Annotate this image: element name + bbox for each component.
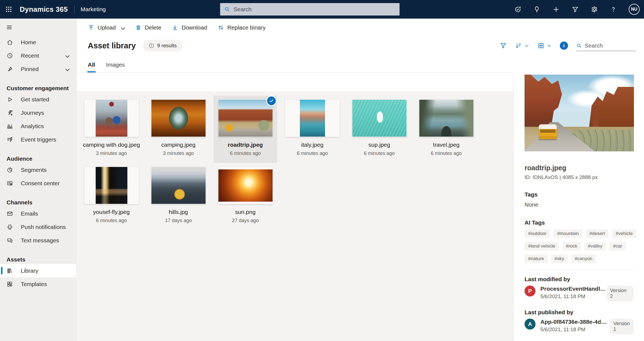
asset-card[interactable]: yousef-fly.jpeg6 minutes ago	[80, 163, 143, 230]
last-published-row: A App-0f84736e-388e-4d3a-a... 5/6/2021, …	[525, 319, 634, 334]
library-search-input[interactable]	[585, 42, 636, 49]
chevron-down-icon	[120, 25, 125, 30]
page-title: Asset library	[88, 41, 136, 50]
home-icon	[7, 39, 13, 46]
replace-binary-button[interactable]: Replace binary	[218, 24, 266, 31]
ai-tags-list: #outdoor#mountain#desert#vehicle#land ve…	[525, 229, 637, 263]
asset-id-dimensions: ID: IDNLAxOS | 4085 x 2888 px	[525, 174, 634, 180]
ai-tag-chip: #mountain	[554, 229, 582, 238]
published-by-name: App-0f84736e-388e-4d3a-a...	[540, 319, 609, 325]
sidebar-item-text-messages[interactable]: Text messages	[0, 234, 76, 247]
ai-tag-chip: #land vehicle	[525, 242, 559, 251]
last-modified-row: P ProcessorEventHandling 5/6/2021, 11:18…	[525, 286, 634, 301]
asset-thumbnail[interactable]	[151, 167, 206, 204]
app-launcher-waffle-icon[interactable]	[0, 0, 17, 19]
sidebar-item-journeys[interactable]: Journeys	[0, 106, 76, 119]
download-icon	[172, 24, 178, 31]
sidebar-item-segments[interactable]: Segments	[0, 163, 76, 177]
toolbar-action-label: Download	[182, 24, 207, 31]
task-checker-icon[interactable]	[514, 5, 522, 13]
user-avatar[interactable]: NU	[629, 4, 640, 15]
asset-card[interactable]: camping with dog.jpeg3 minutes ago	[80, 96, 143, 163]
sidebar-item-label: Text messages	[21, 237, 59, 244]
sidebar-item-templates[interactable]: Templates	[0, 277, 76, 291]
sidebar-item-consent-center[interactable]: Consent center	[0, 177, 76, 190]
site-map-sidebar: HomeRecentPinnedCustomer engagementGet s…	[0, 19, 77, 341]
asset-card[interactable]: roadtrip.jpeg6 minutes ago	[213, 96, 277, 163]
global-search-input[interactable]	[233, 6, 396, 13]
filter-assets-icon[interactable]	[500, 42, 507, 49]
sidebar-item-emails[interactable]: Emails	[0, 207, 76, 220]
sidebar-item-label: Analytics	[21, 123, 44, 130]
delete-button[interactable]: Delete	[135, 24, 162, 31]
sidebar-section-channels: Channels	[0, 198, 76, 207]
settings-gear-icon[interactable]	[590, 5, 598, 13]
toolbar-action-label: Delete	[145, 24, 162, 31]
grid-view-icon	[537, 42, 545, 49]
sidebar-item-library[interactable]: Library	[0, 264, 76, 277]
asset-card[interactable]: sun.png27 days ago	[213, 163, 277, 230]
global-search-box[interactable]	[220, 3, 400, 16]
view-mode-menu-button[interactable]	[537, 42, 552, 49]
asset-details-panel: roadtrip.jpeg ID: IDNLAxOS | 4085 x 2888…	[513, 73, 644, 341]
asset-thumbnail[interactable]	[84, 99, 139, 137]
sort-icon	[515, 42, 522, 49]
sitemap-toggle-icon[interactable]	[6, 24, 13, 31]
sidebar-item-pinned[interactable]: Pinned	[0, 62, 76, 76]
asset-card[interactable]: sup.jpeg6 minutes ago	[347, 96, 411, 163]
sidebar-item-label: Pinned	[21, 66, 39, 72]
tab-images[interactable]: Images	[106, 61, 125, 72]
asset-thumbnail[interactable]	[419, 99, 474, 137]
view-controls: i	[500, 40, 636, 51]
asset-name: sun.png	[213, 209, 277, 215]
upload-button[interactable]: Upload	[88, 24, 125, 31]
sidebar-item-push-notifications[interactable]: Push notifications	[0, 220, 76, 234]
last-published-heading: Last published by	[525, 309, 634, 316]
modified-by-avatar: P	[525, 286, 535, 296]
asset-thumbnail[interactable]	[218, 167, 273, 204]
segments-icon	[7, 167, 13, 173]
sidebar-item-recent[interactable]: Recent	[0, 49, 76, 62]
sort-menu-button[interactable]	[515, 42, 529, 49]
sidebar-section-customer-engagement: Customer engagement	[0, 84, 76, 93]
selected-check-icon[interactable]	[267, 96, 276, 105]
tags-heading: Tags	[525, 191, 634, 198]
sidebar-item-event-triggers[interactable]: Event triggers	[0, 133, 76, 146]
chevron-down-icon	[64, 66, 70, 72]
asset-card[interactable]: camping.jpeg3 minutes ago	[147, 96, 210, 163]
delete-icon	[135, 24, 142, 31]
analytics-icon	[7, 123, 13, 130]
asset-card[interactable]: travel.jpeg6 minutes ago	[414, 96, 478, 163]
command-toolbar: UploadDeleteDownloadReplace binary	[77, 19, 644, 37]
asset-thumbnail[interactable]	[218, 99, 273, 137]
modified-date: 5/6/2021, 11:18 PM	[540, 293, 606, 299]
info-filled-icon[interactable]: i	[560, 42, 568, 50]
sidebar-item-home[interactable]: Home	[0, 36, 76, 49]
asset-thumbnail[interactable]	[285, 99, 340, 137]
asset-thumbnail[interactable]	[352, 99, 407, 137]
templates-icon	[7, 281, 13, 287]
app-area-label[interactable]: Marketing	[81, 6, 106, 13]
sidebar-item-analytics[interactable]: Analytics	[0, 119, 76, 133]
library-search-box[interactable]	[576, 40, 636, 51]
lightbulb-icon[interactable]	[533, 5, 541, 13]
asset-card[interactable]: italy.jpeg6 minutes ago	[280, 96, 344, 163]
download-button[interactable]: Download	[172, 24, 207, 31]
help-icon[interactable]	[610, 5, 617, 13]
asset-name: camping.jpeg	[147, 142, 210, 148]
filter-icon[interactable]	[571, 5, 579, 13]
asset-thumbnail[interactable]	[151, 99, 206, 137]
asset-name: sup.jpeg	[347, 142, 411, 148]
tab-all[interactable]: All	[88, 61, 95, 72]
asset-thumbnail[interactable]	[84, 167, 139, 204]
add-icon[interactable]	[552, 5, 560, 13]
text-messages-icon	[7, 237, 13, 244]
brand-title[interactable]: Dynamics 365	[20, 5, 68, 14]
last-modified-heading: Last modified by	[525, 276, 634, 283]
asset-modified-time: 6 minutes ago	[347, 151, 411, 156]
sidebar-item-get-started[interactable]: Get started	[0, 93, 76, 106]
asset-card[interactable]: hills.jpg17 days ago	[147, 163, 210, 230]
panel-divider	[525, 270, 634, 270]
event-triggers-icon	[7, 136, 13, 143]
pinned-icon	[7, 66, 13, 72]
